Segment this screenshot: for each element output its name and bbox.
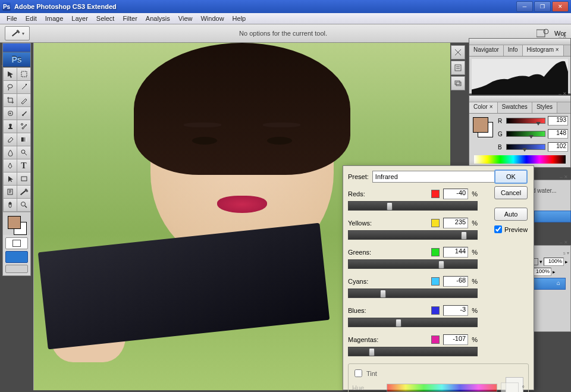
magentas-slider[interactable] xyxy=(348,347,478,356)
channel-blues: Blues: -3 % xyxy=(348,305,478,327)
current-tool-preset[interactable]: ▾ xyxy=(5,26,30,40)
svg-point-1 xyxy=(544,29,548,34)
hue-label: Hue xyxy=(352,384,383,391)
fill-field[interactable]: 100% xyxy=(531,268,551,276)
blues-value-input[interactable]: -3 xyxy=(443,305,468,316)
tool-brush[interactable] xyxy=(17,107,30,120)
tool-crop[interactable] xyxy=(4,94,17,106)
hue-slider[interactable] xyxy=(387,384,497,392)
magentas-value-input[interactable]: -107 xyxy=(443,334,468,345)
maximize-button[interactable]: ❐ xyxy=(534,1,551,12)
tab-navigator[interactable]: Navigator xyxy=(469,45,504,56)
preview-checkbox[interactable]: Preview xyxy=(494,225,528,233)
tab-styles[interactable]: Styles xyxy=(532,102,557,113)
svg-rect-14 xyxy=(455,65,461,71)
cyans-slider[interactable] xyxy=(348,288,478,298)
tint-checkbox[interactable]: Tint xyxy=(352,368,525,379)
menu-filter[interactable]: Filter xyxy=(118,14,141,23)
close-button[interactable]: ✕ xyxy=(552,1,569,12)
tool-lasso[interactable] xyxy=(4,81,17,93)
tool-blur[interactable] xyxy=(4,146,17,159)
menu-analysis[interactable]: Analysis xyxy=(142,14,174,23)
panel-close-icon[interactable]: – ✕ xyxy=(560,174,568,180)
tool-gradient[interactable] xyxy=(17,133,30,146)
tool-history-brush[interactable] xyxy=(17,120,30,133)
tab-info[interactable]: Info xyxy=(504,45,523,56)
tool-move[interactable] xyxy=(4,68,17,80)
options-bar-text: No options for the current tool. xyxy=(30,30,537,37)
tab-histogram[interactable]: Histogram × xyxy=(523,45,564,56)
cyans-value-input[interactable]: -68 xyxy=(443,276,468,287)
panel-drag-handle[interactable] xyxy=(469,96,570,102)
greens-value-input[interactable]: 144 xyxy=(443,247,468,258)
tool-eraser[interactable] xyxy=(4,133,17,146)
tool-dodge[interactable] xyxy=(17,146,30,159)
blues-slider[interactable] xyxy=(348,318,478,327)
dock-brushes-icon[interactable] xyxy=(451,45,465,59)
quickmask-toggle[interactable] xyxy=(5,237,28,249)
tool-pen[interactable] xyxy=(4,159,17,172)
tool-shape[interactable] xyxy=(17,173,30,185)
tool-eyedropper[interactable] xyxy=(17,186,30,198)
tool-stamp[interactable] xyxy=(4,120,17,133)
color-slider-r[interactable]: R 193 xyxy=(498,116,568,126)
screen-mode-extra[interactable] xyxy=(5,265,28,273)
menu-window[interactable]: Window xyxy=(196,14,228,23)
menu-edit[interactable]: Edit xyxy=(21,14,41,23)
window-titlebar: Ps Adobe Photoshop CS3 Extended ─ ❐ ✕ xyxy=(0,0,571,13)
menu-help[interactable]: Help xyxy=(228,14,250,23)
dock-toolpresets-icon[interactable] xyxy=(451,61,465,75)
tool-wand[interactable] xyxy=(17,81,30,93)
reds-value-input[interactable]: -40 xyxy=(443,189,468,199)
yellows-slider[interactable] xyxy=(348,230,478,240)
partial-layer-strip[interactable] xyxy=(534,211,571,222)
tool-slice[interactable] xyxy=(17,94,30,106)
panel-close-icon[interactable]: – ✕ xyxy=(554,91,567,96)
color-slider-b[interactable]: B 102 xyxy=(498,142,568,152)
dock-layercomps-icon[interactable] xyxy=(451,76,465,90)
menu-select[interactable]: Select xyxy=(92,14,119,23)
preview-checkbox-input[interactable] xyxy=(494,225,502,233)
toolbox-drag-handle[interactable] xyxy=(3,43,30,52)
tool-healing[interactable] xyxy=(4,107,17,120)
reds-slider[interactable] xyxy=(348,201,478,211)
ok-button[interactable]: OK xyxy=(494,170,528,184)
panel-drag-handle[interactable] xyxy=(469,39,570,45)
color-fg-swatch[interactable] xyxy=(473,117,488,133)
tab-swatches[interactable]: Swatches xyxy=(498,102,532,113)
menu-view[interactable]: View xyxy=(174,14,197,23)
foreground-color-swatch[interactable] xyxy=(8,216,21,229)
yellows-value-input[interactable]: 235 xyxy=(443,218,468,228)
menu-file[interactable]: File xyxy=(2,14,21,23)
tint-checkbox-input[interactable] xyxy=(354,369,362,377)
layer-row-selected[interactable]: ⌂ xyxy=(531,278,566,290)
svg-rect-16 xyxy=(456,82,461,86)
greens-slider[interactable] xyxy=(348,259,478,269)
screen-mode-standard[interactable] xyxy=(5,251,28,263)
collapsed-dock xyxy=(451,45,466,92)
tool-notes[interactable] xyxy=(4,186,17,198)
auto-button[interactable]: Auto xyxy=(494,208,528,221)
cancel-button[interactable]: Cancel xyxy=(494,186,528,199)
tab-color[interactable]: Color × xyxy=(469,102,498,113)
color-swatches[interactable] xyxy=(3,212,30,235)
panel-close-icon[interactable]: – ✕ xyxy=(554,34,567,39)
menu-image[interactable]: Image xyxy=(41,14,68,23)
workspace-icon[interactable] xyxy=(537,29,550,38)
color-slider-g[interactable]: G 148 xyxy=(498,129,568,139)
svg-point-3 xyxy=(8,84,12,88)
hue-value-input[interactable] xyxy=(501,382,519,392)
tool-type[interactable]: T xyxy=(17,159,30,172)
tool-marquee[interactable] xyxy=(17,68,30,80)
svg-point-13 xyxy=(21,202,25,206)
panel-close-icon[interactable]: – ✕ xyxy=(560,240,568,245)
channel-cyans: Cyans: -68 % xyxy=(348,276,478,298)
svg-rect-9 xyxy=(21,137,27,142)
tool-hand[interactable] xyxy=(4,199,17,211)
opacity-field[interactable]: 100% xyxy=(544,258,564,266)
color-spectrum[interactable] xyxy=(474,155,566,164)
menu-layer[interactable]: Layer xyxy=(67,14,92,23)
tool-path-select[interactable] xyxy=(4,173,17,185)
minimize-button[interactable]: ─ xyxy=(516,1,533,12)
tool-zoom[interactable] xyxy=(17,199,30,211)
